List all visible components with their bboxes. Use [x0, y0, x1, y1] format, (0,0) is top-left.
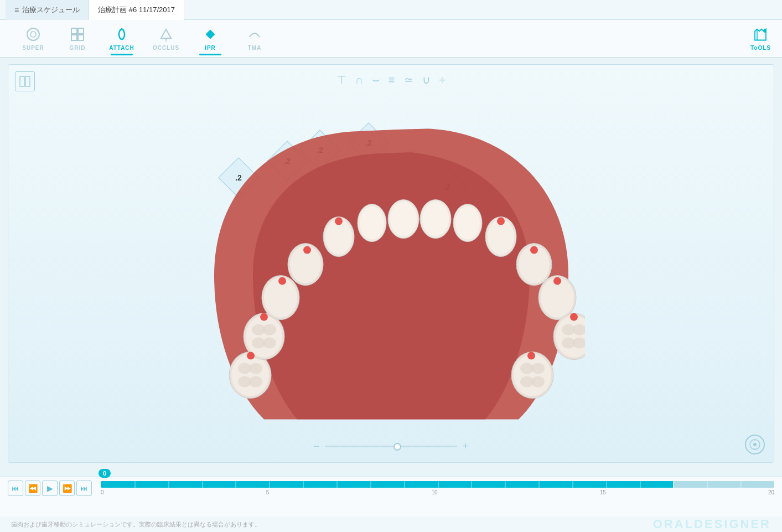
svg-point-16 — [231, 354, 269, 396]
footer-watermark: ORALDESIGNER — [653, 517, 771, 531]
svg-point-43 — [278, 277, 286, 285]
footer-disclaimer: 歯肉および歯牙移動のシミュレーションです。実際の臨床結果とは異なる場合があります… — [11, 520, 261, 529]
tab-schedule-icon: ≡ — [14, 6, 19, 14]
zoom-in-button[interactable]: + — [463, 441, 469, 452]
main-viewport: ⊤ ∩ ⌣ ≡ ≃ ∪ ÷ .2 .2 .2 .2 .2 — [8, 64, 774, 463]
tool-super[interactable]: SUPER — [11, 22, 55, 55]
svg-point-45 — [335, 218, 343, 225]
step-forward-button[interactable]: ⏩ — [59, 481, 75, 496]
svg-point-54 — [249, 363, 262, 374]
attach-icon — [113, 26, 130, 43]
zoom-thumb[interactable] — [393, 443, 401, 451]
tool-grid-label: GRID — [70, 45, 86, 51]
tool-tma[interactable]: TMA — [232, 22, 277, 55]
tma-icon — [246, 26, 263, 43]
arch-icon-3[interactable]: ⌣ — [372, 73, 380, 87]
tool-attach-label: ATTACH — [109, 45, 134, 51]
svg-rect-11 — [206, 30, 215, 39]
split-view-button[interactable] — [15, 71, 35, 91]
tools-button[interactable]: ToOLS — [750, 27, 771, 50]
svg-point-49 — [247, 352, 255, 360]
tab-schedule-label: 治療スケジュール — [22, 5, 80, 15]
svg-point-51 — [260, 313, 268, 321]
svg-point-47 — [530, 246, 538, 254]
arch-icon-7[interactable]: ÷ — [439, 74, 446, 86]
play-button[interactable]: ▶ — [42, 481, 58, 496]
svg-point-62 — [531, 363, 545, 374]
arch-icon-4[interactable]: ≡ — [389, 74, 395, 86]
skip-to-end-button[interactable]: ⏭ — [76, 481, 92, 496]
svg-point-1 — [30, 32, 36, 37]
tools-label: ToOLS — [750, 44, 771, 50]
svg-point-48 — [553, 277, 561, 285]
arch-icon-6[interactable]: ∪ — [422, 73, 431, 86]
svg-point-60 — [263, 338, 276, 349]
super-icon — [25, 26, 42, 43]
svg-point-32 — [455, 206, 480, 240]
svg-rect-4 — [71, 35, 77, 40]
timeline-numbers: 0 5 10 15 20 — [101, 489, 774, 495]
svg-rect-2 — [71, 28, 77, 34]
svg-point-0 — [27, 28, 39, 40]
arch-icon-5[interactable]: ≃ — [404, 73, 413, 86]
footer: 歯肉および歯牙移動のシミュレーションです。実際の臨床結果とは異なる場合があります… — [0, 516, 782, 532]
zoom-out-button[interactable]: − — [314, 441, 320, 452]
svg-point-30 — [422, 202, 449, 236]
current-step-badge: 0 — [99, 469, 111, 478]
svg-point-64 — [531, 376, 545, 388]
zoom-track[interactable] — [325, 446, 457, 447]
tool-ipr-label: IPR — [205, 45, 216, 51]
occlus-icon — [158, 26, 174, 43]
svg-point-44 — [303, 246, 311, 254]
tool-tma-label: TMA — [248, 45, 262, 51]
svg-point-56 — [249, 376, 262, 388]
arch-shape-selector: ⊤ ∩ ⌣ ≡ ≃ ∪ ÷ — [336, 73, 445, 87]
skip-to-start-button[interactable]: ⏮ — [8, 481, 23, 496]
svg-point-42 — [514, 354, 551, 396]
svg-point-50 — [527, 352, 535, 360]
svg-point-46 — [497, 218, 505, 225]
svg-marker-8 — [161, 29, 171, 38]
tab-plan[interactable]: 治療計画 #6 11/17/2017 — [89, 0, 184, 20]
current-step-value: 0 — [103, 470, 106, 477]
svg-point-26 — [360, 206, 384, 240]
arch-icon-2[interactable]: ∩ — [355, 74, 362, 86]
tab-plan-label: 治療計画 #6 11/17/2017 — [98, 5, 175, 15]
svg-rect-13 — [20, 76, 24, 86]
svg-point-28 — [390, 202, 417, 236]
tool-grid[interactable]: GRID — [55, 22, 100, 55]
timeline-bar[interactable] — [101, 481, 774, 488]
svg-point-52 — [570, 313, 578, 321]
svg-rect-14 — [25, 76, 30, 86]
timeline-wrapper[interactable]: 0 — [101, 481, 774, 495]
step-back-button[interactable]: ⏪ — [25, 481, 40, 496]
zoom-slider[interactable]: − + — [314, 441, 469, 452]
svg-rect-5 — [78, 35, 84, 40]
tool-occlus[interactable]: OCCLUS — [144, 22, 188, 55]
svg-point-6 — [119, 29, 125, 39]
dental-arch-3d[interactable] — [198, 110, 585, 431]
toolbar: SUPER GRID ATTACH — [0, 20, 782, 58]
svg-marker-10 — [164, 40, 168, 42]
svg-point-18 — [246, 316, 282, 358]
svg-point-58 — [263, 324, 276, 335]
tab-schedule[interactable]: ≡ 治療スケジュール — [6, 0, 89, 20]
tool-occlus-label: OCCLUS — [153, 45, 179, 51]
view-orientation-button[interactable] — [745, 435, 765, 454]
tool-super-label: SUPER — [22, 45, 44, 51]
tool-ipr[interactable]: IPR — [188, 22, 232, 55]
arch-icon-1[interactable]: ⊤ — [336, 73, 346, 86]
playback-controls: ⏮ ⏪ ▶ ⏩ ⏭ — [8, 481, 92, 496]
tab-bar: ≡ 治療スケジュール 治療計画 #6 11/17/2017 — [0, 0, 782, 20]
grid-icon — [69, 26, 86, 43]
ipr-icon — [202, 26, 219, 43]
svg-point-70 — [753, 443, 757, 446]
tool-attach[interactable]: ATTACH — [100, 22, 144, 55]
svg-rect-3 — [78, 28, 84, 34]
